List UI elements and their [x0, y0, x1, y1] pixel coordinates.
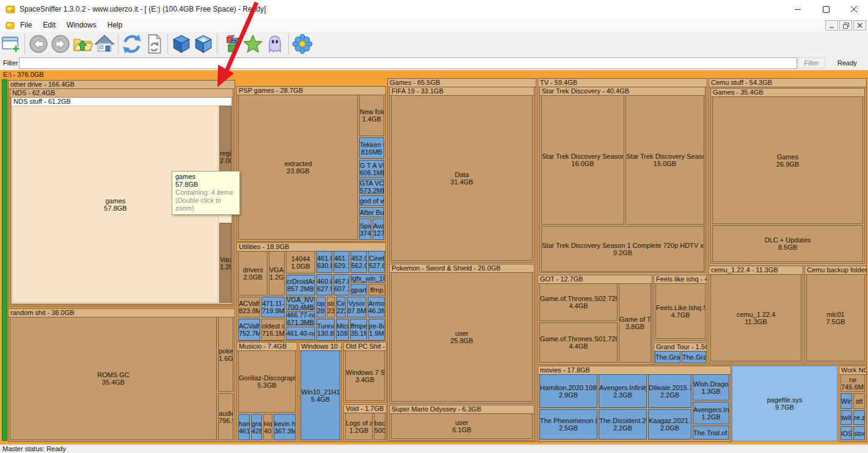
- treemap-block[interactable]: ACValha752.7MB: [238, 319, 260, 341]
- treemap-block[interactable]: Avengers.Infinity2.3GB: [599, 374, 647, 408]
- treemap-block[interactable]: Kaagaz.2021.1082.0GB: [648, 409, 691, 440]
- treemap-block[interactable]: ACValha823.8MB: [238, 297, 260, 317]
- tag-filter-button[interactable]: [242, 33, 264, 55]
- menu-item-windows[interactable]: Windows: [61, 20, 102, 31]
- treemap-block[interactable]: back500.: [374, 413, 385, 440]
- treemap-block[interactable]: Han407: [263, 414, 272, 440]
- treemap-block[interactable]: Avengers.Int1.2GB: [693, 402, 729, 424]
- treemap-block[interactable]: 457.83607.1M: [334, 274, 349, 295]
- mdi-restore-button[interactable]: [839, 20, 852, 31]
- treemap-block[interactable]: 466.77-note671.3MB: [286, 311, 315, 325]
- parent-folder-button[interactable]: [71, 33, 93, 55]
- treemap-block[interactable]: VGA_I1.2GB: [269, 251, 285, 295]
- treemap-block[interactable]: 140441.0GB: [286, 251, 315, 274]
- treemap-block[interactable]: user6.1GB: [391, 413, 533, 439]
- treemap-block[interactable]: Feels.Like.Ishq.S01.4.7GB: [655, 283, 706, 339]
- treemap-block[interactable]: Wind: [841, 393, 852, 409]
- treemap-block[interactable]: Vau1.20: [219, 223, 232, 303]
- treemap-block[interactable]: Star Trek Discovery Season 3 I15.0GB: [625, 95, 704, 225]
- treemap-block[interactable]: extracted23.8GB: [238, 95, 358, 240]
- treemap-block[interactable]: kevin ha367.3MB: [274, 414, 296, 440]
- treemap-block[interactable]: Games26.9GB: [712, 96, 863, 224]
- treemap-block[interactable]: Star Trek Discovery Season 1 Complete 72…: [541, 226, 704, 272]
- treemap-block[interactable]: Win10_21H1_Er5.4GB: [301, 350, 340, 440]
- treemap-block[interactable]: Gorillaz-Discography5.3GB: [238, 350, 296, 413]
- menu-item-help[interactable]: Help: [102, 20, 128, 31]
- treemap-block[interactable]: The.Trial.of.t: [693, 426, 729, 440]
- treemap-block[interactable]: ham461.: [238, 414, 250, 440]
- go-forward-button[interactable]: [49, 33, 71, 55]
- treemap-block[interactable]: pagefile.sys9.7GB: [732, 366, 837, 441]
- treemap-block[interactable]: GTA VC573.2MB: [359, 179, 384, 194]
- filter-input[interactable]: [19, 57, 797, 69]
- treemap-block[interactable]: The Phenomenon (202.5GB: [539, 409, 597, 440]
- treemap-block[interactable]: oldest dr716.1MB: [261, 319, 285, 341]
- treemap-block[interactable]: Micro108.8: [336, 319, 349, 341]
- more-detail-button[interactable]: [192, 33, 214, 55]
- treemap-block[interactable]: Game.of.Thrones.S01.720p.B4.4GB: [539, 322, 618, 363]
- treemap-block[interactable]: god of w: [359, 195, 384, 206]
- menu-item-edit[interactable]: Edit: [37, 20, 61, 31]
- treemap-block[interactable]: Spid374.: [359, 219, 371, 240]
- treemap-block[interactable]: grah428.: [251, 414, 262, 440]
- refresh-selection-button[interactable]: [143, 33, 165, 55]
- go-back-button[interactable]: [27, 33, 49, 55]
- close-button[interactable]: [840, 0, 868, 18]
- treemap-block[interactable]: stoc: [853, 426, 865, 440]
- filter-button[interactable]: Filter: [798, 57, 825, 68]
- treemap-block[interactable]: audio796.9: [218, 393, 233, 440]
- treemap-block[interactable]: stor235: [327, 297, 335, 317]
- treemap-block[interactable]: 460.89627.9M: [316, 274, 332, 295]
- treemap-block[interactable]: oper286.: [316, 297, 326, 317]
- rescan-button[interactable]: [121, 33, 143, 55]
- treemap-block[interactable]: 461.72629.1M: [334, 251, 349, 273]
- treemap-block[interactable]: ffmp: [368, 284, 385, 295]
- treemap-block[interactable]: crDroidAnd857.2MB: [286, 275, 315, 295]
- treemap-block[interactable]: 461.09630.8M: [316, 251, 332, 273]
- treemap-block[interactable]: The.Dissident.2022.2GB: [599, 409, 647, 440]
- treemap-block[interactable]: Dilwale.2015.722.2GB: [648, 374, 691, 408]
- treemap-block[interactable]: Game.of.Thrones.S02.720p.B4.4GB: [539, 283, 618, 321]
- treemap-block[interactable]: Hamilton.2020.1080p.2.9GB: [539, 374, 597, 408]
- treemap-block[interactable]: drivers2.0GB: [238, 251, 268, 295]
- treemap-block[interactable]: ROMS GC35.4GB: [10, 317, 217, 440]
- treemap-block[interactable]: igfx_win_100: [351, 274, 385, 283]
- treemap-block[interactable]: Cine222: [336, 297, 346, 317]
- menu-item-file[interactable]: File: [15, 20, 37, 31]
- treemap-block[interactable]: jre-8u1.9M: [368, 319, 385, 341]
- treemap-block[interactable]: cemu_1.22.411.3GB: [710, 274, 801, 361]
- file-classes-button[interactable]: [220, 33, 242, 55]
- treemap-block[interactable]: Game of Thr3.8GB: [619, 283, 651, 363]
- ghost-folders-button[interactable]: [264, 33, 286, 55]
- treemap-block[interactable]: TunnelB130.8M: [316, 319, 335, 341]
- treemap-block[interactable]: att: [853, 393, 865, 409]
- treemap-block[interactable]: Logs of a b1.2GB: [345, 413, 373, 440]
- treemap-block[interactable]: After Bur: [359, 207, 384, 217]
- configure-button[interactable]: [291, 33, 313, 55]
- treemap-block[interactable]: Tekken 6816MB: [359, 137, 384, 159]
- treemap-block[interactable]: New fold1.4GB: [359, 95, 384, 136]
- less-detail-button[interactable]: [170, 33, 192, 55]
- treemap-block[interactable]: Wish.Dragon1.3GB: [693, 374, 729, 400]
- treemap-block[interactable]: gparte: [351, 284, 367, 295]
- treemap-block[interactable]: The.Grand.T: [655, 351, 680, 363]
- treemap-block[interactable]: mlc017.5GB: [806, 274, 865, 361]
- treemap-block[interactable]: Vysor87.8M: [347, 297, 367, 317]
- home-button[interactable]: [93, 33, 115, 55]
- treemap-block[interactable]: 471.11-r719.9MB: [261, 297, 285, 317]
- treemap-block[interactable]: DLC + Updates8.5GB: [712, 225, 863, 262]
- treemap-block[interactable]: VGA_NVID700.4MB: [286, 297, 315, 310]
- treemap-block[interactable]: re.z: [853, 410, 865, 425]
- treemap-block[interactable]: poker1.6G: [218, 317, 233, 392]
- minimize-button[interactable]: [784, 0, 812, 18]
- treemap-block[interactable]: ffmpe35.1M: [350, 319, 367, 341]
- treemap-block[interactable]: Ava127: [373, 219, 384, 240]
- treemap-block[interactable]: Data31.4GB: [391, 95, 533, 261]
- mdi-minimize-button[interactable]: [825, 20, 838, 31]
- treemap-block[interactable]: Armo46.3M: [368, 297, 385, 317]
- treemap-block[interactable]: ne745.6MB: [841, 374, 865, 392]
- treemap-block[interactable]: twit: [841, 410, 852, 425]
- treemap-block[interactable]: The.Gra: [682, 351, 706, 363]
- treemap[interactable]: E:\ - 376.0GB other drive - 166.4GBNDS -…: [0, 70, 868, 444]
- treemap-block[interactable]: 452.06562.0: [351, 251, 367, 273]
